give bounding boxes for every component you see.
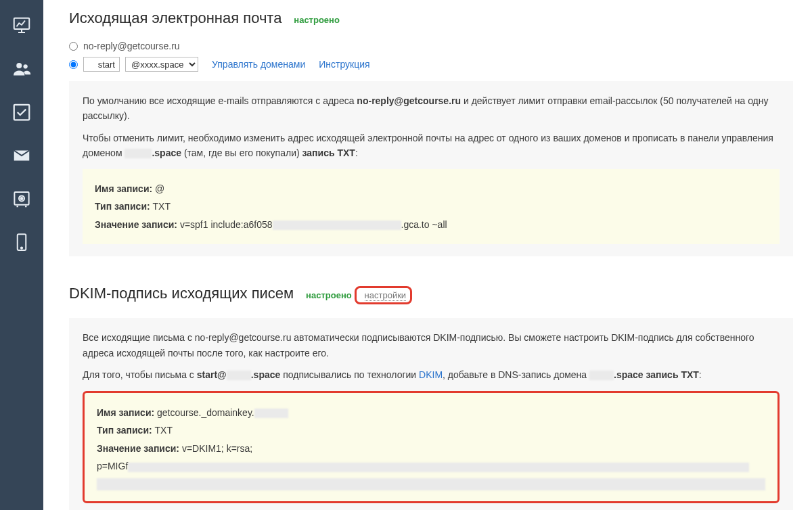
dkim-record-name-row: Имя записи: getcourse._domainkey.: [97, 404, 765, 422]
sidebar-item-mail[interactable]: [0, 134, 43, 177]
svg-rect-0: [14, 18, 30, 29]
outgoing-info-p1: По умолчанию все исходящие e-mails отпра…: [83, 93, 780, 124]
record-value-row: Значение записи: v=spf1 include:a6f058.g…: [95, 216, 767, 234]
dkim-info-p2: Для того, чтобы письма с start@.space по…: [83, 367, 780, 382]
redacted-domain: [589, 371, 614, 380]
sidebar-item-community[interactable]: [0, 47, 43, 91]
sidebar-item-settings[interactable]: [0, 177, 43, 221]
svg-point-8: [21, 247, 22, 248]
radio-custom[interactable]: [69, 60, 78, 69]
redacted-dkim-key: [128, 463, 749, 472]
envelope-icon: [12, 145, 32, 166]
dkim-header: DKIM-подпись исходящих писем настроено н…: [69, 285, 793, 304]
sidebar-item-tasks[interactable]: [0, 91, 43, 134]
sidebar: [0, 0, 43, 510]
svg-point-1: [16, 63, 22, 68]
radio-noreply-row: no-reply@getcourse.ru: [69, 41, 793, 51]
svg-point-6: [21, 198, 23, 200]
redacted-spf: [273, 221, 401, 230]
dkim-title: DKIM-подпись исходящих писем: [69, 285, 294, 302]
safe-gear-icon: [12, 189, 32, 209]
main-content: Исходящая электронная почта настроено no…: [43, 0, 812, 510]
dkim-settings-link[interactable]: настройки: [365, 290, 407, 301]
dkim-record-box: Имя записи: getcourse._domainkey. Тип за…: [83, 391, 780, 503]
outgoing-status-badge: настроено: [294, 15, 340, 25]
sidebar-item-analytics[interactable]: [0, 4, 43, 47]
outgoing-header: Исходящая электронная почта настроено: [69, 9, 793, 27]
dkim-record-value-row: Значение записи: v=DKIM1; k=rsa; p=MIGf: [97, 440, 765, 490]
dkim-record-type-row: Тип записи: TXT: [97, 421, 765, 440]
outgoing-record-box: Имя записи: @ Тип записи: TXT Значение з…: [83, 169, 780, 245]
outgoing-info-p2: Чтобы отменить лимит, необходимо изменит…: [83, 131, 780, 161]
mobile-icon: [12, 232, 32, 252]
manage-domains-link[interactable]: Управлять доменами: [212, 59, 305, 70]
dkim-status-badge: настроено: [306, 290, 352, 300]
presentation-chart-icon: [12, 16, 32, 36]
radio-noreply[interactable]: [69, 42, 78, 51]
outgoing-info-block: По умолчанию все исходящие e-mails отпра…: [69, 81, 793, 256]
record-type-row: Тип записи: TXT: [95, 198, 767, 216]
email-local-input[interactable]: [83, 57, 120, 72]
redacted-domain: [227, 371, 251, 380]
radio-custom-row: @xxxx.space Управлять доменами Инструкци…: [69, 57, 793, 72]
outgoing-title: Исходящая электронная почта: [69, 9, 281, 27]
dkim-settings-highlight: настройки: [355, 286, 413, 304]
dkim-info-block: Все исходящие письма с no-reply@getcours…: [69, 318, 793, 510]
checkbox-icon: [12, 102, 32, 122]
svg-point-2: [24, 64, 28, 68]
redacted-domain: [125, 149, 152, 158]
dkim-link[interactable]: DKIM: [419, 369, 443, 380]
redacted-dkim-key-2: [97, 478, 765, 490]
radio-noreply-label: no-reply@getcourse.ru: [83, 41, 180, 51]
redacted-domainkey: [254, 409, 288, 418]
domain-select[interactable]: @xxxx.space: [125, 57, 198, 72]
instructions-link[interactable]: Инструкция: [319, 59, 369, 70]
sidebar-item-mobile[interactable]: [0, 221, 43, 264]
record-name-row: Имя записи: @: [95, 180, 767, 198]
svg-rect-3: [14, 105, 30, 120]
users-icon: [12, 59, 32, 79]
dkim-info-p1: Все исходящие письма с no-reply@getcours…: [83, 330, 780, 361]
